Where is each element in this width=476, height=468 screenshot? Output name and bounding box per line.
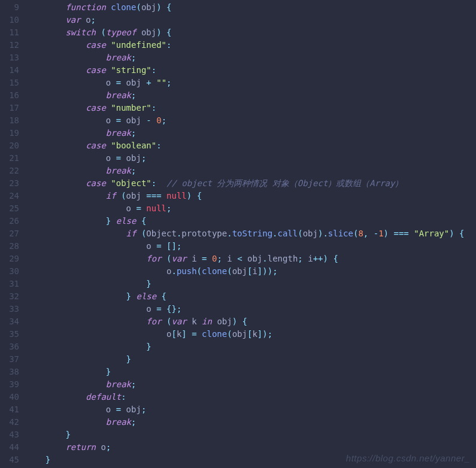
code-line: switch (typeof obj) {: [25, 26, 476, 39]
line-number: 39: [0, 378, 19, 391]
code-line: break;: [25, 89, 476, 102]
code-line: o = obj - 0;: [25, 114, 476, 127]
line-number: 16: [0, 89, 19, 102]
line-number: 19: [0, 127, 19, 139]
line-number: 30: [0, 265, 19, 278]
code-line: for (var i = 0; i < obj.length; i++) {: [25, 253, 476, 265]
line-number: 11: [0, 26, 19, 39]
line-number: 36: [0, 341, 19, 353]
code-line: o = null;: [25, 202, 476, 215]
line-number: 18: [0, 114, 19, 127]
code-line: }: [25, 341, 476, 353]
line-number: 14: [0, 64, 19, 77]
line-number: 31: [0, 278, 19, 290]
line-number: 17: [0, 102, 19, 114]
line-number: 13: [0, 51, 19, 64]
code-line: }: [25, 278, 476, 290]
line-number: 9: [0, 1, 19, 14]
line-number: 33: [0, 303, 19, 315]
code-line: } else {: [25, 215, 476, 227]
code-line: }: [25, 366, 476, 378]
code-line: o.push(clone(obj[i]));: [25, 265, 476, 278]
code-line: break;: [25, 416, 476, 429]
code-line: case "undefined":: [25, 39, 476, 51]
line-number: 32: [0, 290, 19, 303]
code-line: var o;: [25, 14, 476, 26]
code-line: function clone(obj) {: [25, 1, 476, 14]
line-number: 37: [0, 353, 19, 366]
line-number: 35: [0, 328, 19, 341]
code-line: }: [25, 353, 476, 366]
line-number: 24: [0, 190, 19, 202]
line-number: 15: [0, 77, 19, 89]
line-number: 40: [0, 391, 19, 403]
line-number: 22: [0, 165, 19, 177]
line-number: 23: [0, 177, 19, 190]
line-number: 10: [0, 14, 19, 26]
line-number: 45: [0, 454, 19, 466]
code-line: }: [25, 429, 476, 441]
code-line: case "number":: [25, 102, 476, 114]
line-number: 20: [0, 139, 19, 152]
line-number: 25: [0, 202, 19, 215]
line-number-gutter: 9101112131415161718192021222324252627282…: [0, 1, 25, 466]
line-number: 27: [0, 227, 19, 240]
code-line: case "boolean":: [25, 139, 476, 152]
line-number: 28: [0, 240, 19, 253]
code-line: o = {};: [25, 303, 476, 315]
code-line: if (obj === null) {: [25, 190, 476, 202]
line-number: 21: [0, 152, 19, 165]
code-line: break;: [25, 165, 476, 177]
code-line: case "string":: [25, 64, 476, 77]
line-number: 12: [0, 39, 19, 51]
line-number: 26: [0, 215, 19, 227]
code-line: o = obj;: [25, 152, 476, 165]
line-number: 41: [0, 403, 19, 416]
line-number: 29: [0, 253, 19, 265]
line-number: 44: [0, 441, 19, 454]
code-line: o = obj;: [25, 403, 476, 416]
code-line: for (var k in obj) {: [25, 315, 476, 328]
code-line: o = obj + "";: [25, 77, 476, 89]
code-line: } else {: [25, 290, 476, 303]
watermark-text: https://blog.csdn.net/yanner_: [346, 452, 470, 464]
code-content: function clone(obj) { var o; switch (typ…: [25, 1, 476, 466]
code-line: if (Object.prototype.toString.call(obj).…: [25, 227, 476, 240]
line-number: 43: [0, 429, 19, 441]
code-line: break;: [25, 51, 476, 64]
line-number: 42: [0, 416, 19, 429]
line-number: 34: [0, 315, 19, 328]
code-line: case "object": // object 分为两种情况 对象（Objec…: [25, 177, 476, 190]
code-line: o = [];: [25, 240, 476, 253]
code-line: break;: [25, 378, 476, 391]
code-editor: 9101112131415161718192021222324252627282…: [0, 0, 476, 466]
code-line: break;: [25, 127, 476, 139]
code-line: default:: [25, 391, 476, 403]
code-line: o[k] = clone(obj[k]);: [25, 328, 476, 341]
line-number: 38: [0, 366, 19, 378]
